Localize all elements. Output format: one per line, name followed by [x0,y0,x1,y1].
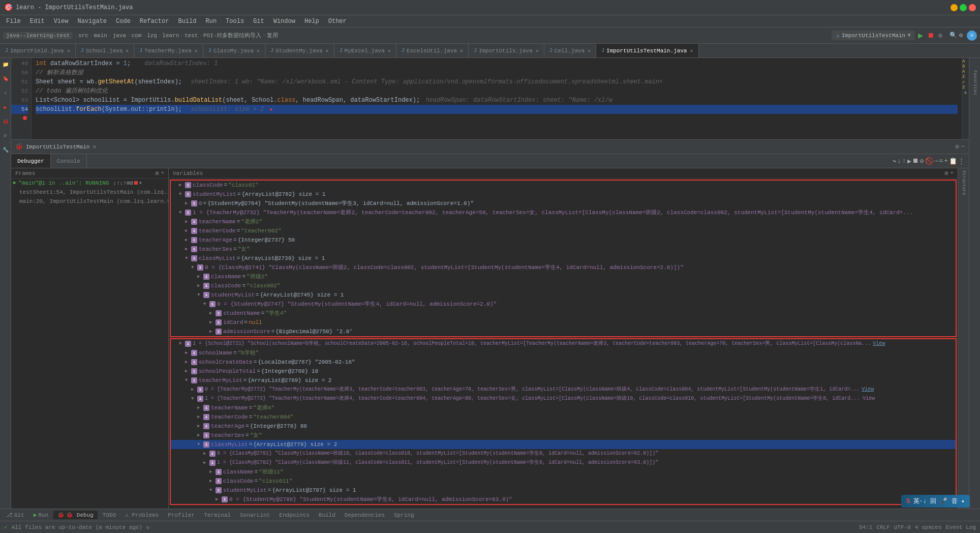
tab-teachermy[interactable]: J TeacherMy.java ✕ [134,44,203,57]
project-name[interactable]: java--learning-test [3,32,73,39]
tab-excelutil[interactable]: J ExcelsUtil.java ✕ [396,44,469,57]
vars-filter-icon[interactable]: ⊞ [945,170,948,176]
menu-help[interactable]: Help [300,17,323,26]
evaluate-expr-icon[interactable]: = [939,157,943,165]
menu-other[interactable]: Other [324,17,351,26]
tab-myexcel[interactable]: J MyExcel.java ✕ [334,44,396,57]
var-school-1[interactable]: ▼ i 1 = {School@2721} "School(schoolName… [171,339,956,348]
tab-importutils[interactable]: J ImportUtils.java ✕ [469,44,544,57]
var-teachercode[interactable]: ▶ i teacherCode = "teacher002" [171,226,956,235]
menu-tools[interactable]: Tools [222,17,248,26]
structure-label[interactable]: Structure [961,170,966,195]
var-studentname[interactable]: ▶ i studentName = "学生4" [171,309,956,318]
var-classmylist[interactable]: ▼ i classMyList = {ArrayList@2739} size … [171,254,956,263]
sidebar-debug-icon[interactable]: 🐞 [1,117,10,126]
var-class-0[interactable]: ▼ i 0 = {ClassMy@2741} "ClassMy(classNam… [171,263,956,272]
status-indent[interactable]: 4 spaces [915,524,942,530]
run-to-cursor-icon[interactable]: → [934,157,938,165]
var-teachermylist[interactable]: ▼ i teacherMyList = {ArrayList@2769} siz… [171,376,956,385]
thread-btn-4[interactable]: ⊙ [127,179,130,187]
status-eventlog[interactable]: Event Log [946,524,976,530]
var-schoolcreatedate[interactable]: ▶ i schoolCreateDate = {LocalDate@2767} … [171,358,956,367]
frames-filter-icon[interactable]: ⊞ [156,170,159,176]
thread-btn-1[interactable]: ↓ [113,179,116,187]
vars-add-icon[interactable]: + [950,170,954,176]
var-teachersex[interactable]: ▶ i teacherSex = "女" [171,245,956,254]
sidebar-tools-icon[interactable]: 🔧 [1,145,10,155]
debug-title-close[interactable]: ✕ [93,143,96,150]
bottom-tab-build[interactable]: Build [315,511,340,519]
search-everywhere[interactable]: 🔍 [950,32,957,39]
code-content[interactable]: int dataRowStartIndex = 1; dataRowStartI… [32,58,962,139]
var-schoolname[interactable]: ▶ i schoolName = "b学校" [171,348,956,358]
bottom-tab-dependencies[interactable]: Dependencies [341,511,389,519]
bottom-tab-sonarlint[interactable]: SonarLint [236,511,274,519]
sogou-input-bar[interactable]: S 英·↓ 回 🎤 音 ✦ [901,495,958,508]
var-classname2[interactable]: ▶ i className = "班级11" [171,467,956,477]
frame-testsheet[interactable]: testSheet1:54, ImportUtilsTestMain (com.… [11,188,168,197]
var-teachersex2[interactable]: ▶ i teacherSex = "女" [171,431,956,440]
bottom-tab-todo[interactable]: TODO [99,511,120,519]
more-run-options[interactable]: ⚙ [938,32,942,40]
step-out-icon[interactable]: ↑ [902,157,906,165]
close-tab-icon-6[interactable]: ✕ [388,48,391,54]
thread-add-icon[interactable]: + [139,179,142,187]
thread-stop-icon[interactable]: ⏹ [133,179,139,187]
var-schoolpeopletotal[interactable]: ▶ i schoolPeopleTotal = {Integer@2768} 1… [171,367,956,376]
sidebar-settings-icon[interactable]: ⚙ [1,131,10,140]
var-idcard[interactable]: ▶ i idCard = null [171,318,956,327]
bottom-tab-problems[interactable]: ⚠ Problems [121,511,163,519]
tab-debugger[interactable]: Debugger [11,154,51,168]
debug-minimize-icon[interactable]: ─ [961,143,965,151]
close-button[interactable] [969,4,976,11]
thread-btn-3[interactable]: ↓↑ [119,179,126,187]
view-link-school-1[interactable]: View [873,340,885,348]
tab-cell[interactable]: J Cell.java ✕ [544,44,596,57]
menu-git[interactable]: Git [249,17,268,26]
sidebar-project-icon[interactable]: 📁 [1,60,10,69]
bottom-tab-profiler[interactable]: Profiler [164,511,199,519]
stop-debug-icon[interactable]: ⏹ [912,157,919,165]
bottom-tab-spring[interactable]: Spring [390,511,418,519]
menu-edit[interactable]: Edit [26,17,49,26]
close-tab-icon[interactable]: ✕ [67,48,70,54]
status-position[interactable]: 54:1 [859,524,872,530]
var-studentmylist2[interactable]: ▼ i studentMyList = {ArrayList@2745} siz… [171,290,956,300]
close-tab-icon-8[interactable]: ✕ [536,48,539,54]
var-teachercode2[interactable]: ▶ i teacherCode = "teacher004" [171,412,956,422]
tab-console[interactable]: Console [51,154,87,168]
menu-file[interactable]: File [2,17,25,26]
settings-button[interactable]: ⚙ [959,32,963,39]
menu-build[interactable]: Build [174,17,200,26]
menu-run[interactable]: Run [201,17,221,26]
sidebar-run-icon[interactable]: ▶ [1,103,10,112]
mute-breakpoints-icon[interactable]: 🚫 [925,157,933,165]
var-teachername2[interactable]: ▶ i teacherName = "老师4" [171,403,956,412]
var-student-0-3[interactable]: ▶ i 0 = {StudentMy@2789} "StudentMy(stud… [171,495,956,504]
var-classname[interactable]: ▶ i className = "班级2" [171,272,956,281]
var-teacher-0[interactable]: ▶ i 0 = {TeacherMy@2772} "TeacherMy(teac… [171,385,956,394]
var-teachername[interactable]: ▶ i teacherName = "老师2" [171,217,956,226]
var-class-1-2[interactable]: ▶ i 1 = {ClassMy@2782} "ClassMy(classNam… [171,458,956,467]
thread-btn-5[interactable]: ⊡ [130,179,133,187]
menu-window[interactable]: Window [269,17,299,26]
status-encoding[interactable]: UTF-8 [894,524,911,530]
var-classmylist2[interactable]: ▼ i classMyList = {ArrayList@2779} size … [171,440,956,449]
sidebar-bookmark-icon[interactable]: 🔖 [1,74,10,83]
menu-navigate[interactable]: Navigate [73,17,111,26]
var-student-0-2[interactable]: ▼ i 0 = {StudentMy@2747} "StudentMy(stud… [171,300,956,309]
var-studentmylist3[interactable]: ▼ i studentMyList = {ArrayList@2787} siz… [171,486,956,495]
bottom-tab-terminal[interactable]: Terminal [200,511,235,519]
status-crlf[interactable]: CRLF [876,524,890,530]
view-breakpoints-icon[interactable]: ⊙ [920,157,924,165]
tab-classmy[interactable]: J ClassMy.java ✕ [203,44,265,57]
close-tab-icon-9[interactable]: ✕ [588,48,591,54]
var-classcode2[interactable]: ▶ i classCode = "class002" [171,281,956,290]
var-studentmylist[interactable]: ▼ i studentMyList = {ArrayList@2762} siz… [171,190,956,199]
stop-button[interactable]: ⏹ [927,32,934,40]
thread-item[interactable]: ▶ "main"@1 in ..ain': RUNNING ↓ ↑ ↓↑ ⊙ ⊡… [11,179,168,188]
add-watch-icon[interactable]: + [944,157,948,165]
copy-value-icon[interactable]: 📋 [949,157,957,165]
bottom-tab-run[interactable]: ▶ Run [29,511,52,519]
thread-btn-2[interactable]: ↑ [116,179,120,187]
